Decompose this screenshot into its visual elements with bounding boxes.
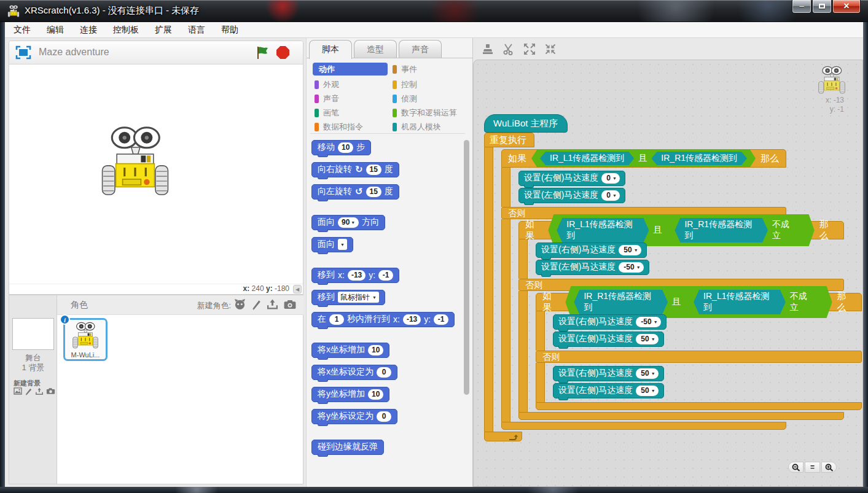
block-goto-mouse[interactable]: 移到鼠标指针▼ bbox=[311, 290, 385, 305]
ir-r1-sensor-block[interactable]: IR_R1传感器检测到 bbox=[674, 218, 768, 243]
towards-dropdown[interactable]: ▼ bbox=[338, 239, 347, 250]
menu-edit[interactable]: 编辑 bbox=[47, 25, 64, 36]
script-canvas[interactable]: x: -13 y: -1 WuLiBot 主程序 重复执行 bbox=[473, 60, 863, 487]
close-button[interactable]: × bbox=[832, 0, 861, 14]
set-left-motor-block[interactable]: 设置(左侧)马达速度 50▼ bbox=[553, 332, 664, 347]
category-operators[interactable]: 数字和逻辑运算 bbox=[393, 107, 457, 118]
block-move-steps[interactable]: 移动10步 bbox=[311, 140, 371, 155]
category-motion[interactable]: 动作 bbox=[313, 63, 388, 76]
tab-costumes[interactable]: 造型 bbox=[354, 40, 397, 58]
stage-sprite-robot[interactable] bbox=[101, 125, 169, 197]
block-change-x[interactable]: 将x坐标增加10 bbox=[311, 343, 389, 358]
block-set-x[interactable]: 将x坐标设定为0 bbox=[311, 365, 397, 380]
and-operator[interactable]: IR_L1传感器检测到 且 IR_R1传感器检测到 bbox=[531, 150, 756, 167]
menu-language[interactable]: 语言 bbox=[188, 25, 205, 36]
hat-block-wulibot-main[interactable]: WuLiBot 主程序 bbox=[484, 114, 568, 133]
menu-connect[interactable]: 连接 bbox=[80, 25, 97, 36]
menu-file[interactable]: 文件 bbox=[14, 25, 31, 36]
green-flag-button[interactable] bbox=[255, 45, 270, 60]
maximize-button[interactable] bbox=[812, 0, 832, 14]
minimize-button[interactable]: – bbox=[792, 0, 811, 14]
stage-canvas[interactable] bbox=[9, 64, 303, 284]
block-set-y[interactable]: 将y坐标设定为0 bbox=[311, 409, 397, 424]
number-input[interactable]: 10 bbox=[338, 142, 353, 153]
speed-dropdown[interactable]: 50▼ bbox=[636, 386, 658, 396]
menu-extensions[interactable]: 扩展 bbox=[155, 25, 172, 36]
ir-l1-sensor-block[interactable]: IR_L1传感器检测到 bbox=[694, 290, 786, 314]
goto-dropdown[interactable]: 鼠标指针▼ bbox=[338, 292, 379, 303]
not-operator[interactable]: IR_L1传感器检测到 不成立 bbox=[685, 288, 823, 316]
category-sensing[interactable]: 侦测 bbox=[393, 93, 417, 104]
paint-sprite-icon[interactable] bbox=[251, 299, 261, 310]
zoom-reset-button[interactable]: = bbox=[805, 462, 820, 473]
and-operator[interactable]: IR_L1传感器检测到 且 IR_R1传感器检测到 不成立 bbox=[548, 214, 814, 246]
grow-sprite-icon[interactable] bbox=[523, 43, 536, 55]
ir-r1-sensor-block[interactable]: IR_R1传感器检测到 bbox=[574, 290, 668, 314]
block-turn-left[interactable]: 向左旋转↺15度 bbox=[311, 184, 399, 200]
ir-l1-sensor-block[interactable]: IR_L1传感器检测到 bbox=[540, 152, 634, 165]
number-input[interactable]: -1 bbox=[434, 314, 448, 325]
shrink-sprite-icon[interactable] bbox=[544, 43, 557, 55]
number-input[interactable]: 15 bbox=[366, 165, 381, 175]
speed-dropdown[interactable]: -50▼ bbox=[619, 262, 643, 273]
tab-sounds[interactable]: 声音 bbox=[399, 40, 442, 58]
palette-scrollbar[interactable] bbox=[464, 140, 469, 395]
backdrop-library-icon[interactable] bbox=[14, 387, 22, 395]
category-control[interactable]: 控制 bbox=[393, 79, 417, 90]
category-events[interactable]: 事件 bbox=[393, 64, 417, 75]
category-pen[interactable]: 画笔 bbox=[315, 107, 339, 118]
number-input[interactable]: 0 bbox=[377, 367, 391, 378]
stage-readout-toggle[interactable]: ◀ bbox=[293, 285, 302, 293]
tab-scripts[interactable]: 脚本 bbox=[309, 40, 352, 59]
number-input[interactable]: 1 bbox=[329, 314, 344, 325]
speed-dropdown[interactable]: 50▼ bbox=[636, 368, 658, 379]
speed-dropdown[interactable]: 0▼ bbox=[601, 173, 620, 184]
set-right-motor-block[interactable]: 设置(右侧)马达速度 50▼ bbox=[536, 243, 647, 258]
upload-backdrop-icon[interactable] bbox=[35, 387, 44, 395]
sprite-tile-mwulibot[interactable]: i M-WuLi... bbox=[63, 318, 108, 361]
set-right-motor-block[interactable]: 设置(右侧)马达速度 50▼ bbox=[553, 366, 664, 381]
set-right-motor-block[interactable]: 设置(右侧)马达速度 -50▼ bbox=[553, 314, 667, 330]
camera-sprite-icon[interactable] bbox=[284, 300, 296, 309]
speed-dropdown[interactable]: 50▼ bbox=[636, 334, 658, 344]
and-operator[interactable]: IR_R1传感器检测到 且 IR_L1传感器检测到 不成立 bbox=[565, 286, 832, 318]
direction-dropdown[interactable]: 90▼ bbox=[338, 217, 359, 228]
menu-board[interactable]: 控制板 bbox=[113, 25, 139, 36]
set-left-motor-block[interactable]: 设置(左侧)马达速度 0▼ bbox=[518, 188, 625, 203]
number-input[interactable]: -13 bbox=[403, 314, 421, 325]
category-looks[interactable]: 外观 bbox=[315, 79, 339, 90]
speed-dropdown[interactable]: 0▼ bbox=[601, 190, 620, 201]
category-data[interactable]: 数据和指令 bbox=[315, 122, 363, 133]
fullscreen-icon[interactable] bbox=[15, 45, 31, 60]
speed-dropdown[interactable]: -50▼ bbox=[636, 317, 660, 327]
sprite-library-icon[interactable] bbox=[234, 298, 246, 310]
stop-button[interactable] bbox=[276, 46, 289, 59]
if-else-block-2[interactable]: 如果 IR_L1传感器检测到 且 IR_R1传感器检测到 bbox=[518, 221, 862, 420]
titlebar[interactable]: XRScratch(v1.6.3) - 没有连接串口 - 未保存 – × bbox=[0, 0, 868, 22]
ir-l1-sensor-block[interactable]: IR_L1传感器检测到 bbox=[557, 218, 649, 243]
block-glide[interactable]: 在1秒内滑行到x:-13y:-1 bbox=[311, 312, 455, 327]
number-input[interactable]: 10 bbox=[368, 389, 383, 400]
camera-backdrop-icon[interactable] bbox=[46, 387, 55, 395]
forever-block[interactable]: 重复执行 如果 IR_L1传感器检测到 bbox=[484, 133, 862, 441]
category-robot-module[interactable]: 机器人模块 bbox=[393, 122, 441, 133]
zoom-in-button[interactable] bbox=[821, 462, 837, 473]
block-bounce-on-edge[interactable]: 碰到边缘就反弹 bbox=[311, 440, 384, 455]
if-else-block-1[interactable]: 如果 IR_L1传感器检测到 且 IR_R1传感器检测到 那么 bbox=[501, 149, 862, 430]
sprite-info-badge[interactable]: i bbox=[60, 314, 70, 325]
set-left-motor-block[interactable]: 设置(左侧)马达速度 50▼ bbox=[553, 383, 664, 398]
block-point-direction[interactable]: 面向90▼方向 bbox=[311, 215, 385, 230]
not-operator[interactable]: IR_R1传感器检测到 不成立 bbox=[666, 216, 805, 244]
if-else-block-3[interactable]: 如果 IR_R1传感器检测到 且 IR_L1传感器检测到 bbox=[536, 293, 862, 410]
category-sound[interactable]: 声音 bbox=[315, 93, 339, 104]
number-input[interactable]: -1 bbox=[378, 270, 393, 281]
menu-help[interactable]: 帮助 bbox=[221, 25, 238, 36]
upload-sprite-icon[interactable] bbox=[267, 299, 278, 309]
zoom-out-button[interactable] bbox=[788, 462, 803, 473]
number-input[interactable]: 15 bbox=[366, 187, 381, 197]
block-turn-right[interactable]: 向右旋转↻15度 bbox=[311, 162, 399, 177]
number-input[interactable]: 0 bbox=[377, 411, 391, 422]
stage-thumbnail[interactable] bbox=[12, 318, 54, 350]
block-point-towards[interactable]: 面向▼ bbox=[311, 237, 353, 252]
duplicate-stamp-icon[interactable] bbox=[482, 43, 494, 55]
